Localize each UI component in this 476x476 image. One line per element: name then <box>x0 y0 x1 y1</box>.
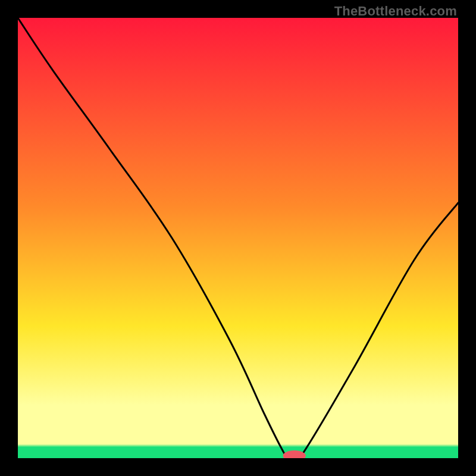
watermark-label: TheBottleneck.com <box>334 4 457 19</box>
gradient-background <box>18 18 458 458</box>
bottleneck-chart <box>18 18 458 458</box>
